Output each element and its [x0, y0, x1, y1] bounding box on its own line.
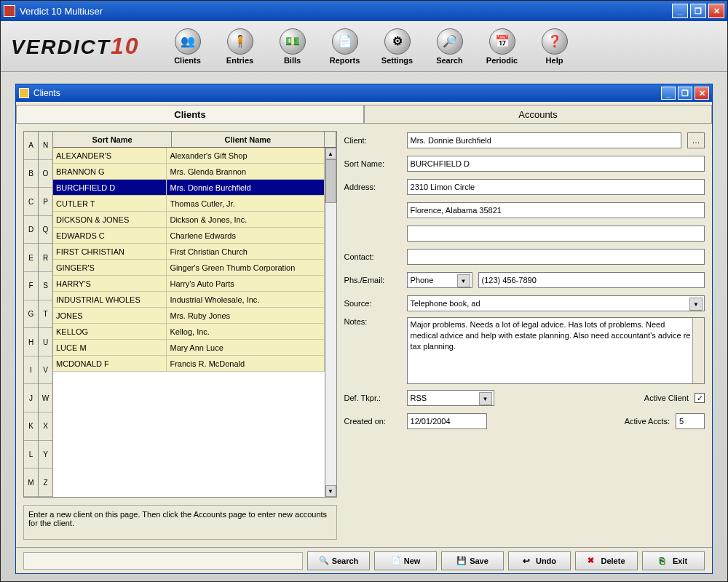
app-close-button[interactable]: ✕ [708, 4, 724, 18]
alpha-B[interactable]: B [24, 160, 38, 188]
child-maximize-button[interactable]: ❐ [678, 87, 692, 100]
search-icon: 🔎 [437, 28, 463, 55]
alpha-O[interactable]: O [39, 160, 52, 188]
alpha-G[interactable]: G [24, 300, 38, 329]
alpha-U[interactable]: U [39, 328, 52, 356]
alpha-P[interactable]: P [39, 188, 52, 216]
toolbar-search[interactable]: 🔎Search [424, 25, 476, 68]
alpha-K[interactable]: K [24, 412, 38, 441]
table-row[interactable]: FIRST CHRISTIANFirst Christian Church [53, 244, 325, 260]
alpha-H[interactable]: H [24, 328, 38, 356]
periodic-icon: 📅 [489, 28, 515, 55]
alpha-T[interactable]: T [39, 300, 52, 329]
textarea-notes[interactable]: Major problems. Needs a lot of legal adv… [407, 317, 705, 384]
input-phone[interactable]: (123) 456-7890 [478, 272, 705, 288]
scroll-up-button[interactable]: ▲ [325, 148, 336, 159]
table-scrollbar[interactable]: ▲ ▼ [325, 148, 336, 497]
undo-label: Undo [536, 557, 556, 565]
input-active-accts[interactable]: 5 [676, 413, 705, 429]
label-active-client: Active Client [644, 394, 689, 402]
save-button[interactable]: Save [441, 551, 504, 570]
delete-button[interactable]: Delete [575, 551, 638, 570]
tab-accounts[interactable]: Accounts [364, 105, 712, 123]
scroll-track[interactable] [325, 159, 336, 485]
alpha-F[interactable]: F [24, 272, 38, 300]
checkbox-active-client[interactable]: ✓ [695, 393, 705, 403]
toolbar-reports[interactable]: 📄Reports [319, 25, 371, 68]
toolbar-periodic[interactable]: 📅Periodic [476, 25, 529, 68]
app-minimize-button[interactable]: _ [672, 4, 688, 18]
child-minimize-button[interactable]: _ [661, 87, 676, 100]
table-row[interactable]: DICKSON & JONESDickson & Jones, Inc. [53, 212, 325, 228]
alpha-E[interactable]: E [24, 244, 38, 272]
delete-icon [587, 556, 598, 566]
alpha-C[interactable]: C [24, 188, 38, 216]
mdi-client-area: Clients _ ❐ ✕ Clients Accounts ABCDEFGHI… [1, 72, 727, 581]
table-row[interactable]: ALEXANDER'SAlexander's Gift Shop [53, 148, 325, 164]
alpha-S[interactable]: S [39, 272, 52, 300]
search-button[interactable]: Search [307, 551, 370, 570]
input-client[interactable]: Mrs. Donnie Burchfield [407, 132, 681, 148]
notes-scrollbar[interactable] [692, 318, 704, 383]
table-row[interactable]: KELLOGKellog, Inc. [53, 324, 325, 340]
client-lookup-button[interactable]: … [687, 132, 705, 148]
exit-button[interactable]: Exit [642, 551, 705, 570]
table-row[interactable]: BRANNON GMrs. Glenda Brannon [53, 164, 325, 180]
alpha-R[interactable]: R [39, 244, 52, 272]
search-label: Search [332, 557, 359, 565]
alpha-Y[interactable]: Y [39, 441, 52, 469]
col-sort-name[interactable]: Sort Name [53, 132, 172, 147]
alpha-J[interactable]: J [24, 384, 38, 412]
input-address3[interactable] [407, 226, 705, 242]
select-source[interactable]: Telephone book, ad [407, 295, 705, 311]
table-row[interactable]: EDWARDS CCharlene Edwards [53, 228, 325, 244]
alpha-D[interactable]: D [24, 216, 38, 244]
table-row[interactable]: CUTLER TThomas Cutler, Jr. [53, 196, 325, 212]
alpha-W[interactable]: W [39, 384, 52, 412]
alpha-X[interactable]: X [39, 412, 52, 441]
alpha-A[interactable]: A [24, 132, 38, 160]
table-row[interactable]: LUCE MMary Ann Luce [53, 340, 325, 356]
toolbar-settings[interactable]: ⚙Settings [371, 25, 424, 68]
input-contact[interactable] [407, 249, 705, 265]
select-phone-type[interactable]: Phone [407, 272, 472, 288]
alpha-L[interactable]: L [24, 441, 38, 469]
alpha-V[interactable]: V [39, 356, 52, 385]
table-row[interactable]: GINGER'SGinger's Green Thumb Corporation [53, 260, 325, 276]
alpha-M[interactable]: M [24, 469, 38, 497]
table-row[interactable]: MCDONALD FFrancis R. McDonald [53, 356, 325, 372]
action-bar: Search New Save Undo Delete Exit [16, 547, 712, 573]
input-address1[interactable]: 2310 Limon Circle [407, 179, 705, 195]
child-close-button[interactable]: ✕ [695, 87, 709, 100]
scroll-down-button[interactable]: ▼ [325, 485, 336, 497]
input-sortname[interactable]: BURCHFIELD D [407, 156, 705, 172]
label-created: Created on: [344, 417, 401, 426]
scroll-thumb[interactable] [325, 159, 336, 203]
select-deftkpr[interactable]: RSS [407, 390, 494, 406]
alpha-Q[interactable]: Q [39, 216, 52, 244]
table-body[interactable]: ALEXANDER'SAlexander's Gift ShopBRANNON … [53, 148, 325, 497]
table-row[interactable]: BURCHFIELD DMrs. Donnie Burchfield [53, 180, 325, 196]
tab-clients[interactable]: Clients [16, 105, 364, 123]
app-maximize-button[interactable]: ❐ [690, 4, 706, 18]
new-button[interactable]: New [374, 551, 437, 570]
app-titlebar: Verdict 10 Multiuser _ ❐ ✕ [1, 1, 727, 21]
alpha-Z[interactable]: Z [39, 469, 52, 497]
table-row[interactable]: JONESMrs. Ruby Jones [53, 308, 325, 324]
toolbar-bills[interactable]: 💵Bills [266, 25, 319, 68]
table-row[interactable]: INDUSTRIAL WHOLESIndustrial Wholesale, I… [53, 292, 325, 308]
label-address: Address: [344, 183, 401, 191]
main-split: ABCDEFGHIJKLM NOPQRSTUVWXYZ Sort Name Cl… [16, 124, 712, 547]
undo-button[interactable]: Undo [508, 551, 571, 570]
toolbar-clients[interactable]: 👥Clients [162, 25, 214, 68]
input-created[interactable]: 12/01/2004 [407, 413, 487, 429]
col-client-name[interactable]: Client Name [172, 132, 324, 147]
input-address2[interactable]: Florence, Alabama 35821 [407, 202, 705, 218]
table-row[interactable]: HARRY'SHarry's Auto Parts [53, 276, 325, 292]
alpha-I[interactable]: I [24, 356, 38, 385]
toolbar-help[interactable]: ❓Help [529, 25, 581, 68]
toolbar-entries[interactable]: 🧍Entries [214, 25, 266, 68]
client-grid: ABCDEFGHIJKLM NOPQRSTUVWXYZ Sort Name Cl… [23, 131, 337, 498]
alpha-N[interactable]: N [39, 132, 52, 160]
reports-icon: 📄 [332, 28, 358, 55]
